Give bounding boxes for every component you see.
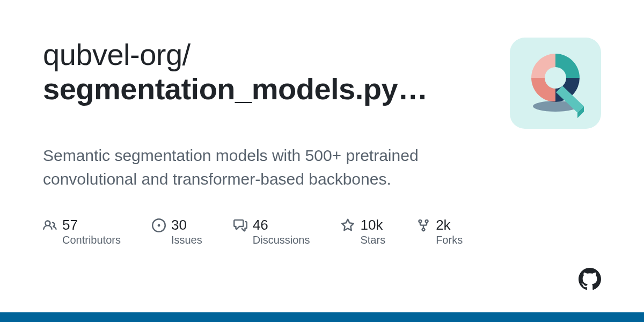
forks-label: Forks — [436, 234, 463, 246]
contributors-value: 57 — [62, 217, 121, 233]
stat-contributors[interactable]: 57 Contributors — [43, 217, 121, 246]
discussions-label: Discussions — [253, 234, 310, 246]
forks-value: 2k — [436, 217, 463, 233]
issues-value: 30 — [171, 217, 202, 233]
language-color-bar — [0, 312, 644, 322]
repo-name: segmentation_models.py… — [43, 72, 428, 106]
stat-discussions[interactable]: 46 Discussions — [233, 217, 310, 246]
stat-stars[interactable]: 10k Stars — [341, 217, 385, 246]
stat-forks[interactable]: 2k Forks — [416, 217, 463, 246]
stats-row: 57 Contributors 30 Issues — [43, 217, 601, 246]
people-icon — [43, 218, 57, 235]
svg-rect-1 — [521, 48, 555, 78]
repo-avatar — [510, 38, 601, 129]
star-icon — [341, 218, 355, 235]
issue-icon — [152, 218, 166, 235]
discussion-icon — [233, 218, 247, 235]
discussions-value: 46 — [253, 217, 310, 233]
contributors-label: Contributors — [62, 234, 121, 246]
stat-issues[interactable]: 30 Issues — [152, 217, 202, 246]
repo-owner: qubvel-org/ — [43, 38, 191, 71]
github-logo-icon[interactable] — [579, 268, 601, 292]
svg-rect-0 — [555, 48, 590, 78]
repo-title[interactable]: qubvel-org/ segmentation_models.py… — [43, 38, 488, 107]
q-logo-icon — [521, 48, 590, 118]
stars-label: Stars — [360, 234, 385, 246]
stars-value: 10k — [360, 217, 385, 233]
repo-description: Semantic segmentation models with 500+ p… — [43, 144, 451, 191]
fork-icon — [416, 218, 430, 235]
issues-label: Issues — [171, 234, 202, 246]
